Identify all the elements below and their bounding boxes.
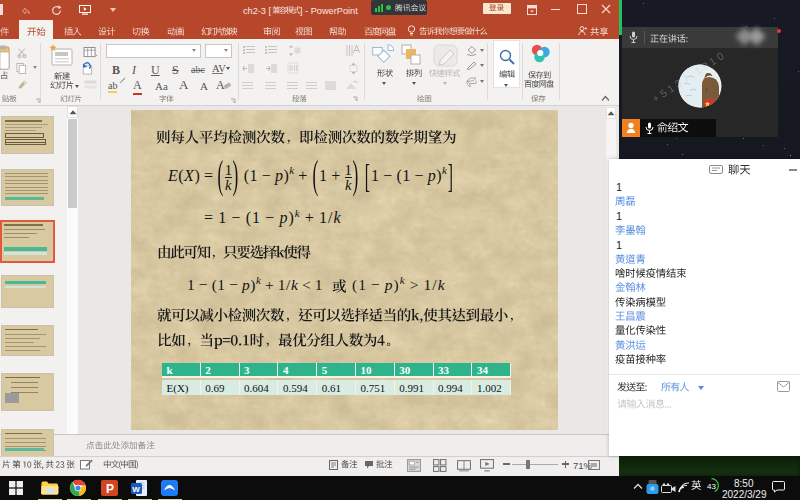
svg-text:W: W: [132, 485, 140, 494]
svg-text:P: P: [106, 482, 114, 496]
svg-text:43: 43: [707, 482, 716, 491]
